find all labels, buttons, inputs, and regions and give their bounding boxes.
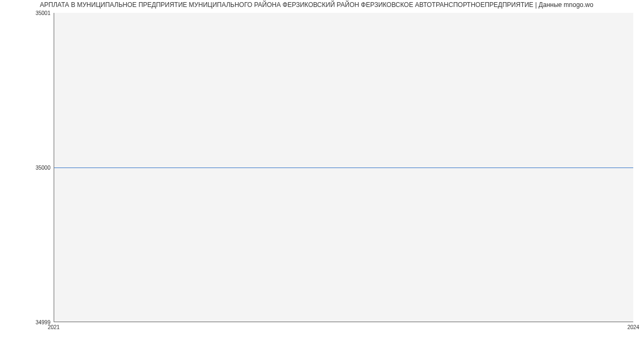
xtick-left: 2021 [48, 324, 60, 330]
xtick-right: 2024 [627, 324, 639, 330]
chart-title: АРПЛАТА В МУНИЦИПАЛЬНОЕ ПРЕДПРИЯТИЕ МУНИ… [0, 0, 639, 9]
ytick-top: 35001 [35, 10, 50, 16]
plot-area [54, 13, 633, 322]
series-line [54, 168, 633, 168]
ytick-mid: 35000 [35, 165, 50, 171]
chart-area: 35001 35000 34999 2021 2024 [54, 13, 633, 322]
